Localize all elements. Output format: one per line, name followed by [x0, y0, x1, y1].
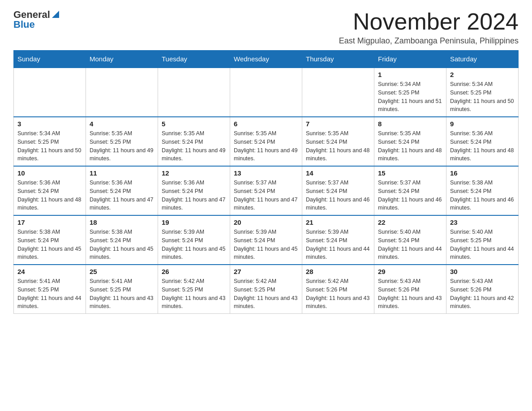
- calendar-cell: 24Sunrise: 5:41 AMSunset: 5:25 PMDayligh…: [14, 265, 86, 314]
- calendar-cell: 13Sunrise: 5:37 AMSunset: 5:24 PMDayligh…: [230, 166, 302, 215]
- calendar-cell: [158, 68, 230, 117]
- day-number: 17: [17, 218, 82, 226]
- calendar-cell: 27Sunrise: 5:42 AMSunset: 5:25 PMDayligh…: [230, 265, 302, 314]
- calendar-cell: 20Sunrise: 5:39 AMSunset: 5:24 PMDayligh…: [230, 215, 302, 265]
- calendar-cell: 25Sunrise: 5:41 AMSunset: 5:25 PMDayligh…: [86, 265, 158, 314]
- day-info: Sunrise: 5:37 AMSunset: 5:24 PMDaylight:…: [378, 179, 442, 212]
- page-header: General Blue November 2024 East Migpulao…: [13, 9, 519, 46]
- day-info: Sunrise: 5:40 AMSunset: 5:25 PMDaylight:…: [450, 228, 515, 261]
- calendar-cell: 21Sunrise: 5:39 AMSunset: 5:24 PMDayligh…: [302, 215, 374, 265]
- day-number: 5: [162, 120, 226, 128]
- calendar-cell: [14, 68, 86, 117]
- day-info: Sunrise: 5:36 AMSunset: 5:24 PMDaylight:…: [162, 179, 226, 212]
- day-number: 28: [306, 268, 370, 275]
- calendar-cell: [302, 68, 374, 117]
- day-number: 7: [306, 120, 370, 128]
- day-info: Sunrise: 5:39 AMSunset: 5:24 PMDaylight:…: [306, 228, 370, 261]
- header-day-wednesday: Wednesday: [230, 51, 302, 68]
- day-info: Sunrise: 5:35 AMSunset: 5:25 PMDaylight:…: [90, 129, 154, 163]
- calendar-cell: 6Sunrise: 5:35 AMSunset: 5:24 PMDaylight…: [230, 117, 302, 166]
- day-info: Sunrise: 5:35 AMSunset: 5:24 PMDaylight:…: [306, 129, 370, 163]
- header-day-saturday: Saturday: [446, 51, 519, 68]
- calendar-cell: 18Sunrise: 5:38 AMSunset: 5:24 PMDayligh…: [86, 215, 158, 265]
- calendar-cell: 22Sunrise: 5:40 AMSunset: 5:24 PMDayligh…: [374, 215, 446, 265]
- day-info: Sunrise: 5:38 AMSunset: 5:24 PMDaylight:…: [90, 228, 154, 261]
- calendar-cell: 1Sunrise: 5:34 AMSunset: 5:25 PMDaylight…: [374, 68, 446, 117]
- day-number: 22: [378, 218, 442, 226]
- calendar-cell: 5Sunrise: 5:35 AMSunset: 5:24 PMDaylight…: [158, 117, 230, 166]
- svg-marker-0: [52, 11, 59, 18]
- day-number: 30: [450, 268, 515, 275]
- day-info: Sunrise: 5:40 AMSunset: 5:24 PMDaylight:…: [378, 228, 442, 261]
- calendar-cell: 2Sunrise: 5:34 AMSunset: 5:25 PMDaylight…: [446, 68, 519, 117]
- calendar-cell: 19Sunrise: 5:39 AMSunset: 5:24 PMDayligh…: [158, 215, 230, 265]
- day-number: 20: [234, 218, 298, 226]
- day-number: 29: [378, 268, 442, 275]
- header-row: SundayMondayTuesdayWednesdayThursdayFrid…: [14, 51, 519, 68]
- day-info: Sunrise: 5:36 AMSunset: 5:24 PMDaylight:…: [17, 179, 82, 212]
- calendar-body: 1Sunrise: 5:34 AMSunset: 5:25 PMDaylight…: [14, 68, 519, 314]
- calendar-cell: [230, 68, 302, 117]
- logo-blue-text: Blue: [13, 19, 60, 30]
- day-info: Sunrise: 5:42 AMSunset: 5:25 PMDaylight:…: [162, 277, 226, 311]
- day-info: Sunrise: 5:35 AMSunset: 5:24 PMDaylight:…: [162, 129, 226, 163]
- header-day-sunday: Sunday: [14, 51, 86, 68]
- day-number: 23: [450, 218, 515, 226]
- day-number: 14: [306, 169, 370, 177]
- calendar-table: SundayMondayTuesdayWednesdayThursdayFrid…: [13, 50, 519, 314]
- day-info: Sunrise: 5:39 AMSunset: 5:24 PMDaylight:…: [234, 228, 298, 261]
- day-info: Sunrise: 5:43 AMSunset: 5:26 PMDaylight:…: [378, 277, 442, 311]
- day-info: Sunrise: 5:37 AMSunset: 5:24 PMDaylight:…: [306, 179, 370, 212]
- logo: General Blue: [13, 9, 60, 30]
- day-info: Sunrise: 5:42 AMSunset: 5:25 PMDaylight:…: [234, 277, 298, 311]
- header-day-tuesday: Tuesday: [158, 51, 230, 68]
- day-number: 25: [90, 268, 154, 275]
- calendar-cell: 26Sunrise: 5:42 AMSunset: 5:25 PMDayligh…: [158, 265, 230, 314]
- day-number: 6: [234, 120, 298, 128]
- day-info: Sunrise: 5:41 AMSunset: 5:25 PMDaylight:…: [17, 277, 82, 311]
- day-number: 18: [90, 218, 154, 226]
- calendar-cell: 12Sunrise: 5:36 AMSunset: 5:24 PMDayligh…: [158, 166, 230, 215]
- calendar-cell: 8Sunrise: 5:35 AMSunset: 5:24 PMDaylight…: [374, 117, 446, 166]
- calendar-cell: 3Sunrise: 5:34 AMSunset: 5:25 PMDaylight…: [14, 117, 86, 166]
- calendar-cell: 29Sunrise: 5:43 AMSunset: 5:26 PMDayligh…: [374, 265, 446, 314]
- day-info: Sunrise: 5:34 AMSunset: 5:25 PMDaylight:…: [378, 80, 442, 114]
- calendar-cell: 10Sunrise: 5:36 AMSunset: 5:24 PMDayligh…: [14, 166, 86, 215]
- day-number: 15: [378, 169, 442, 177]
- title-block: November 2024 East Migpulao, Zamboanga P…: [339, 9, 519, 46]
- calendar-cell: 28Sunrise: 5:42 AMSunset: 5:26 PMDayligh…: [302, 265, 374, 314]
- day-info: Sunrise: 5:37 AMSunset: 5:24 PMDaylight:…: [234, 179, 298, 212]
- calendar-week-3: 10Sunrise: 5:36 AMSunset: 5:24 PMDayligh…: [14, 166, 519, 215]
- calendar-cell: 30Sunrise: 5:43 AMSunset: 5:26 PMDayligh…: [446, 265, 519, 314]
- day-info: Sunrise: 5:41 AMSunset: 5:25 PMDaylight:…: [90, 277, 154, 311]
- day-info: Sunrise: 5:38 AMSunset: 5:24 PMDaylight:…: [450, 179, 515, 212]
- header-day-thursday: Thursday: [302, 51, 374, 68]
- calendar-cell: 4Sunrise: 5:35 AMSunset: 5:25 PMDaylight…: [86, 117, 158, 166]
- calendar-week-1: 1Sunrise: 5:34 AMSunset: 5:25 PMDaylight…: [14, 68, 519, 117]
- day-info: Sunrise: 5:34 AMSunset: 5:25 PMDaylight:…: [17, 129, 82, 163]
- day-number: 19: [162, 218, 226, 226]
- header-day-friday: Friday: [374, 51, 446, 68]
- day-info: Sunrise: 5:42 AMSunset: 5:26 PMDaylight:…: [306, 277, 370, 311]
- calendar-cell: 17Sunrise: 5:38 AMSunset: 5:24 PMDayligh…: [14, 215, 86, 265]
- calendar-cell: 23Sunrise: 5:40 AMSunset: 5:25 PMDayligh…: [446, 215, 519, 265]
- day-number: 16: [450, 169, 515, 177]
- day-info: Sunrise: 5:36 AMSunset: 5:24 PMDaylight:…: [450, 129, 515, 163]
- calendar-cell: 7Sunrise: 5:35 AMSunset: 5:24 PMDaylight…: [302, 117, 374, 166]
- day-info: Sunrise: 5:35 AMSunset: 5:24 PMDaylight:…: [378, 129, 442, 163]
- day-info: Sunrise: 5:43 AMSunset: 5:26 PMDaylight:…: [450, 277, 515, 311]
- day-number: 21: [306, 218, 370, 226]
- day-number: 3: [17, 120, 82, 128]
- day-number: 9: [450, 120, 515, 128]
- calendar-cell: 16Sunrise: 5:38 AMSunset: 5:24 PMDayligh…: [446, 166, 519, 215]
- day-number: 13: [234, 169, 298, 177]
- calendar-week-5: 24Sunrise: 5:41 AMSunset: 5:25 PMDayligh…: [14, 265, 519, 314]
- calendar-week-4: 17Sunrise: 5:38 AMSunset: 5:24 PMDayligh…: [14, 215, 519, 265]
- header-day-monday: Monday: [86, 51, 158, 68]
- calendar-cell: 15Sunrise: 5:37 AMSunset: 5:24 PMDayligh…: [374, 166, 446, 215]
- calendar-header: SundayMondayTuesdayWednesdayThursdayFrid…: [14, 51, 519, 68]
- day-number: 24: [17, 268, 82, 275]
- calendar-cell: 11Sunrise: 5:36 AMSunset: 5:24 PMDayligh…: [86, 166, 158, 215]
- day-info: Sunrise: 5:39 AMSunset: 5:24 PMDaylight:…: [162, 228, 226, 261]
- day-number: 27: [234, 268, 298, 275]
